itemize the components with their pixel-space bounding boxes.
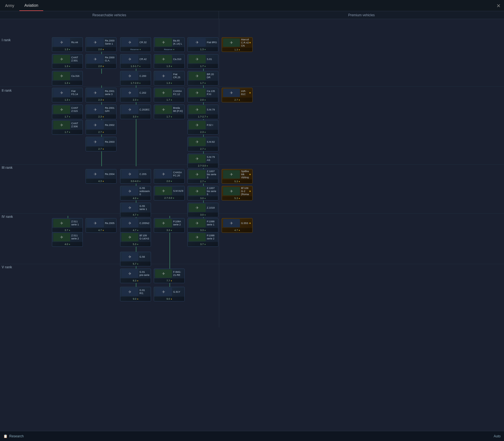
vehicle-card-cantz515[interactable]: ✈ CANT Z.515 1.7 ♦: [52, 105, 83, 119]
vehicle-card-re2004[interactable]: ✈ Re.2004 4.3 ♦: [86, 169, 116, 184]
vehicle-card-cansafc20[interactable]: ✈ CANSA FC.20 2.0 ♦: [154, 169, 185, 184]
vehicle-br-row: Reserve ♦: [120, 47, 151, 52]
vehicle-card-sm79as[interactable]: ✈ S.M.79 AS 2.7-3.0 ♦: [187, 154, 218, 168]
vehicle-card-f84g21re[interactable]: ✈ F-84G-21-RE 7.7 ♦: [154, 269, 185, 283]
vehicle-card-z511serie1[interactable]: ✈ Z.511 serie 1 3.7 ♦: [52, 218, 83, 233]
vehicle-br-row: 7.7 ♦: [154, 278, 184, 283]
vehicle-card-c202ec[interactable]: ✈ C.202EC 3.3 ♦: [120, 105, 151, 119]
vehicle-card-re2001gh[interactable]: ✈ Re.2001 G/H 2.3 ♦: [86, 105, 116, 119]
vehicle-card-z1007bis3[interactable]: ✈ Z.1007 bis serie 3 2.7 ♦: [187, 169, 218, 184]
vehicle-br-row: 5.7 ♦: [120, 262, 151, 266]
vehicle-card-c200[interactable]: ✈ C.200 1.7-2.0 ♦: [120, 71, 151, 86]
vehicle-card-cr42[interactable]: ✈ CR.42 1.3-1.7 ♦: [120, 54, 151, 69]
vehicle-card-top: ✈ P.1088 serie 2: [188, 232, 218, 242]
vehicle-card-re2001s3[interactable]: ✈ Re.2001 serie 3 2.3 ♦: [86, 88, 116, 102]
vehicle-card-s81[interactable]: ✈ S.81 1.7 ♦: [187, 54, 218, 69]
vehicle-br: 4.7: [234, 229, 238, 232]
vehicle-card-cr32[interactable]: ✈ CR.32 Reserve ♦: [120, 37, 151, 52]
tree-inner: I rank II rank III rank IV rank V rank: [0, 19, 504, 327]
vehicle-image: ✈: [189, 55, 206, 63]
vehicle-name: Ba.65 (K.14) L: [173, 39, 183, 45]
vehicle-card-ro44[interactable]: ✈ Ro.44 1.3 ♦: [52, 37, 83, 52]
vehicle-card-ca310[interactable]: ✈ Ca.310 1.3 ♦: [154, 54, 185, 69]
vehicle-br: 3.7: [65, 229, 68, 232]
vehicle-name: Re.2002: [105, 124, 115, 127]
vehicle-card-cansafc12[interactable]: ✈ CANSA FC.12 1.7 ♦: [154, 88, 185, 102]
vehicle-name: Ca.316: [71, 75, 81, 78]
vehicle-br-row: 4.7 ♦: [222, 228, 252, 232]
vehicle-card-z511serie2[interactable]: ✈ Z.511 serie 2 4.0 ♦: [52, 232, 83, 247]
vehicle-card-iar81c[interactable]: ✈ IAR-81C ★ 2.7 ♦: [222, 88, 253, 102]
vehicle-card-top: ✈ CANSA FC.12: [154, 88, 184, 98]
vehicle-card-ba65k14l[interactable]: ✈ Ba.65 (K.14) L Reserve ♦: [154, 37, 185, 52]
vehicle-br-row: 3.7 ♦: [52, 228, 83, 232]
vehicle-card-g55s[interactable]: ✈ G.55S ★ 4.7 ♦: [222, 218, 253, 233]
vehicle-card-c205n2[interactable]: ✈ C.205N2 4.7 ♦: [120, 218, 151, 233]
vehicle-card-fiatcr25[interactable]: ✈ Fiat CR.25 1.3 ♦: [154, 71, 185, 86]
vehicle-card-re2003[interactable]: ✈ Re.2003 2.7 ♦: [86, 137, 116, 151]
vehicle-card-g91r1[interactable]: ✈ G.91 R/1 9.0 ♦: [120, 287, 151, 301]
vehicle-card-c202[interactable]: ✈ C.202 2.3 ♦: [120, 88, 151, 102]
vehicle-card-top: ✈ S.M.79 AS: [188, 154, 218, 163]
vehicle-image: ✈: [223, 219, 240, 227]
vehicle-br: 2.7-3.0: [164, 197, 172, 199]
vehicle-card-re2002[interactable]: ✈ Re.2002 2.7 ♦: [86, 120, 116, 135]
vehicle-card-ca316[interactable]: ✈ Ca.316 1.3 ♦: [52, 71, 83, 86]
vehicle-card-re2005[interactable]: ✈ Re.2005 4.7 ♦: [86, 218, 116, 233]
vehicle-br-row: 1.3-1.7 ♦: [120, 64, 151, 68]
vehicle-card-br20dr[interactable]: ✈ BR.20 DR 1.7 ♦: [187, 71, 218, 86]
vehicle-name: S.M.91/92/93: [173, 190, 183, 193]
vehicle-br-row: 4.3 ♦: [86, 179, 116, 183]
br-icon: ♦: [239, 229, 240, 232]
vehicle-name: S.M.82: [207, 140, 217, 144]
vehicle-card-ca135pxi[interactable]: ✈ Ca.135 P.XI 2.0 ♦: [187, 88, 218, 102]
vehicle-card-g55serie1[interactable]: ✈ G.55 serie 1 4.7 ♦: [120, 203, 151, 217]
vehicle-card-g91y[interactable]: ✈ G.91Y 9.0 ♦: [154, 287, 185, 301]
research-button[interactable]: 📋 Research: [3, 434, 24, 438]
close-button[interactable]: ✕: [496, 3, 501, 9]
vehicle-card-sm82[interactable]: ✈ S.M.82 2.7 ♦: [187, 137, 218, 151]
vehicle-card-sm79[interactable]: ✈ S.M.79 1.7-2.7 ♦: [187, 105, 218, 119]
vehicle-card-cantz506[interactable]: ✈ CANT Z.506 1.7 ♦: [52, 120, 83, 135]
vehicle-card-z1018[interactable]: ✈ Z.1018 3.0 ♦: [187, 203, 218, 217]
tab-army[interactable]: Army: [0, 0, 19, 11]
vehicle-card-g91preserie[interactable]: ✈ G.91 pre-serie 8.3 ♦: [120, 269, 151, 283]
vehicle-name: G.55 serie 1: [139, 205, 150, 211]
vehicle-card-breda88pxi[interactable]: ✈ Breda 88 (P.XI) 1.7 ♦: [154, 105, 185, 119]
br-icon: ♦: [103, 99, 104, 101]
vehicle-card-marcolin_cr42cn[interactable]: ✈ Marcolin's C.R.42 CN ★ 1.3 ♦: [222, 37, 253, 52]
vehicle-card-re2000s1[interactable]: ✈ Re.2000 Serie 1 2.0 ♦: [86, 37, 116, 52]
vehicle-name: Re.2001 G/H: [105, 107, 115, 113]
vehicle-br-row: 4.7 ♦: [86, 228, 116, 232]
vehicle-name: Breda 88 (P.XI): [173, 107, 183, 113]
vehicle-card-p32l[interactable]: ✈ P.32 I 2.3 ♦: [187, 120, 218, 135]
vehicle-card-bf109g14as[interactable]: ✈ Bf 109 G-14/AS 5.3 ♦: [120, 232, 151, 247]
tab-aviation[interactable]: Aviation: [19, 0, 43, 11]
vehicle-card-sm9192_93[interactable]: ✈ S.M.91/92/93 2.7-3.0 ♦: [154, 186, 185, 200]
vehicle-image: ✈: [189, 72, 206, 80]
br-icon: ♦: [137, 280, 138, 282]
vehicle-card-cantz501[interactable]: ✈ CANT Z.501 1.3 ♦: [52, 54, 83, 69]
vehicle-card-spitfiremkvbtrop[interactable]: ✈ Spitfire Mk Vb/trop ★ 5.3 ♦: [222, 169, 253, 184]
vehicle-card-fiatfs14[interactable]: ✈ Fiat FS.14 1.3 ♦: [52, 88, 83, 102]
vehicle-card-p1088serie2[interactable]: ✈ P.1088 serie 2 3.7 ♦: [187, 232, 218, 247]
vehicle-card-re2000ga[interactable]: ✈ Re.2000 G.A. 2.0 ♦: [86, 54, 116, 69]
vehicle-card-z1007bis5[interactable]: ✈ Z.1007 bis serie 5 3.0 ♦: [187, 186, 218, 200]
auto-button[interactable]: Auto: [494, 434, 501, 438]
vehicle-br-row: 2.0 ♦: [188, 98, 218, 102]
vehicle-card-p108aserie2[interactable]: ✈ P.108A serie 2 3.3 ♦: [154, 218, 185, 233]
br-icon: ♦: [171, 280, 172, 282]
vehicle-card-c20s[interactable]: ✈ C.20S 3.0-4.0 ♦: [120, 169, 151, 184]
vehicle-card-g56[interactable]: ✈ G.56 5.7 ♦: [120, 252, 151, 266]
vehicle-br: 7.7: [166, 279, 170, 282]
vehicle-card-bf109g14[interactable]: ✈ Bf 109 G-2 (Romania) ★ 5.3 ♦: [222, 186, 253, 200]
vehicle-card-top: ✈ Bf 109 G-14/AS: [120, 232, 151, 242]
vehicle-card-g55sottoserie0[interactable]: ✈ G.55 sottoserie 0 4.0 ♦: [120, 186, 151, 200]
vehicle-card-top: ✈ Re.2000 G.A.: [86, 54, 116, 64]
tree-scroll-area[interactable]: I rank II rank III rank IV rank V rank: [0, 19, 504, 431]
vehicle-card-top: ✈ P.1088 serie 1: [188, 218, 218, 228]
vehicle-card-fiat8rg[interactable]: ✈ Fiat 8RG 1.3 ♦: [187, 37, 218, 52]
vehicle-card-p1088serie1[interactable]: ✈ P.1088 serie 1 3.3 ♦: [187, 218, 218, 233]
vehicle-name: S.M.79 AS: [207, 156, 217, 162]
section-headers: Researchable vehicles Premium vehicles: [0, 11, 504, 19]
